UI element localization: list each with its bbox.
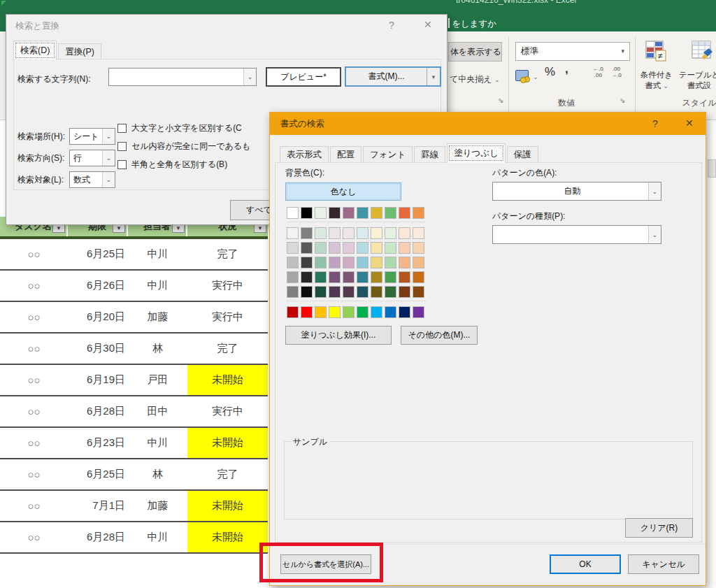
chevron-segment[interactable]: ⌄ — [102, 150, 115, 166]
color-swatch[interactable] — [357, 286, 368, 298]
format-tab-6[interactable]: 保護 — [507, 146, 538, 163]
color-swatch[interactable] — [315, 227, 327, 239]
cell-status[interactable]: 実行中 — [187, 271, 268, 301]
cell-owner[interactable]: 加藤 — [128, 491, 187, 521]
cell-due[interactable]: 6月23日 — [68, 428, 128, 458]
color-swatch[interactable] — [357, 271, 368, 283]
format-button-dropdown[interactable]: ▾ — [427, 68, 440, 85]
conditional-formatting-label[interactable]: 条件付き 書式 ⌄ — [635, 70, 678, 92]
color-swatch[interactable] — [301, 242, 313, 254]
format-tab-5[interactable]: 塗りつぶし — [447, 143, 506, 163]
color-swatch[interactable] — [301, 306, 313, 318]
cell-due[interactable]: 6月20日 — [68, 302, 128, 332]
cell-task[interactable]: ○○ — [0, 522, 68, 552]
wrap-text-button[interactable]: 体を表示する — [448, 42, 502, 62]
cell-due[interactable]: 6月28日 — [68, 396, 128, 426]
color-swatch[interactable] — [329, 242, 341, 254]
color-swatch[interactable] — [385, 306, 396, 318]
color-swatch[interactable] — [413, 227, 424, 239]
color-swatch[interactable] — [357, 227, 368, 239]
cell-task[interactable]: ○○ — [0, 459, 68, 489]
cell-status[interactable]: 完了 — [187, 239, 268, 269]
color-swatch[interactable] — [315, 271, 327, 283]
cell-status[interactable]: 完了 — [187, 459, 268, 489]
color-swatch[interactable] — [301, 286, 313, 298]
help-button[interactable]: ? — [389, 20, 394, 31]
cell-status[interactable]: 未開始 — [187, 428, 268, 458]
color-swatch[interactable] — [301, 271, 313, 283]
decrease-decimal-button[interactable]: .00 →.0 — [611, 66, 622, 78]
cell-task[interactable]: ○○ — [0, 428, 68, 458]
cell-task[interactable]: ○○ — [0, 365, 68, 395]
color-swatch[interactable] — [287, 227, 299, 239]
color-swatch[interactable] — [371, 207, 382, 219]
color-swatch[interactable] — [329, 257, 341, 268]
color-swatch[interactable] — [287, 271, 299, 283]
checkbox-row-1[interactable]: 大文字と小文字を区別する(C — [117, 122, 250, 134]
cell-task[interactable]: ○○ — [0, 302, 68, 332]
chevron-segment[interactable]: ⌄ — [648, 226, 661, 243]
format-tab-1[interactable]: 表示形式 — [280, 146, 329, 163]
color-swatch[interactable] — [315, 257, 327, 268]
color-swatch[interactable] — [385, 257, 396, 268]
color-swatch[interactable] — [371, 306, 382, 318]
color-swatch[interactable] — [329, 227, 341, 239]
accounting-format-icon[interactable] — [515, 70, 529, 81]
color-swatch[interactable] — [371, 286, 382, 298]
search-string-combo[interactable]: ⌄ — [108, 68, 257, 86]
cell-owner[interactable]: 中川 — [128, 522, 187, 552]
cell-task[interactable]: ○○ — [0, 271, 68, 301]
find-replace-tab-2[interactable]: 置換(P) — [58, 43, 101, 60]
conditional-formatting-button[interactable]: ≠ — [645, 40, 667, 66]
checkbox-row-2[interactable]: セル内容が完全に同一であるも — [117, 140, 250, 152]
field-combo[interactable]: シート⌄ — [69, 128, 115, 145]
cell-owner[interactable]: 林 — [128, 334, 187, 364]
pattern-color-combo[interactable]: 自動 ⌄ — [492, 182, 661, 201]
color-swatch[interactable] — [357, 306, 368, 318]
color-swatch[interactable] — [399, 242, 410, 254]
color-swatch[interactable] — [413, 271, 424, 283]
number-format-combo[interactable]: 標準 ▾ — [515, 42, 630, 61]
cell-due[interactable]: 6月26日 — [68, 271, 128, 301]
format-button-label[interactable]: 書式(M)... — [346, 68, 427, 85]
help-button[interactable]: ? — [652, 118, 658, 129]
checkbox[interactable] — [117, 142, 127, 151]
cell-status[interactable]: 実行中 — [187, 302, 268, 332]
color-swatch[interactable] — [385, 207, 396, 219]
merge-center-button[interactable]: て中央揃え ⌄ — [450, 73, 499, 85]
color-swatch[interactable] — [357, 242, 368, 254]
cell-owner[interactable]: 中川 — [128, 239, 187, 269]
percent-style-button[interactable]: % — [545, 65, 555, 79]
color-swatch[interactable] — [357, 207, 368, 219]
cell-owner[interactable]: 加藤 — [128, 302, 187, 332]
color-swatch[interactable] — [413, 242, 424, 254]
color-swatch[interactable] — [287, 207, 299, 219]
color-swatch[interactable] — [371, 257, 382, 268]
color-swatch[interactable] — [287, 306, 299, 318]
cell-task[interactable]: ○○ — [0, 334, 68, 364]
chevron-segment[interactable]: ⌄ — [102, 172, 115, 187]
alignment-dialog-launcher-icon[interactable]: ⇘ — [498, 96, 503, 104]
field-combo[interactable]: 数式⌄ — [69, 171, 115, 188]
cell-status[interactable]: 実行中 — [187, 396, 268, 426]
cell-status[interactable]: 完了 — [187, 334, 268, 364]
chevron-segment[interactable]: ⌄ — [648, 182, 661, 200]
color-swatch[interactable] — [315, 242, 327, 254]
cell-owner[interactable]: 中川 — [128, 271, 187, 301]
color-swatch[interactable] — [385, 227, 396, 239]
color-swatch[interactable] — [315, 207, 327, 219]
color-swatch[interactable] — [343, 242, 355, 254]
color-swatch[interactable] — [413, 207, 424, 219]
color-swatch[interactable] — [343, 227, 355, 239]
cell-due[interactable]: 6月25日 — [68, 239, 128, 269]
color-swatch[interactable] — [399, 286, 410, 298]
format-tab-2[interactable]: 配置 — [330, 146, 361, 163]
color-swatch[interactable] — [399, 207, 410, 219]
color-swatch[interactable] — [329, 286, 341, 298]
color-swatch[interactable] — [371, 271, 382, 283]
format-tab-3[interactable]: フォント — [363, 146, 413, 163]
cell-due[interactable]: 6月30日 — [68, 334, 128, 364]
cell-task[interactable]: ○○ — [0, 491, 68, 521]
color-swatch[interactable] — [343, 306, 355, 318]
color-swatch[interactable] — [343, 271, 355, 283]
